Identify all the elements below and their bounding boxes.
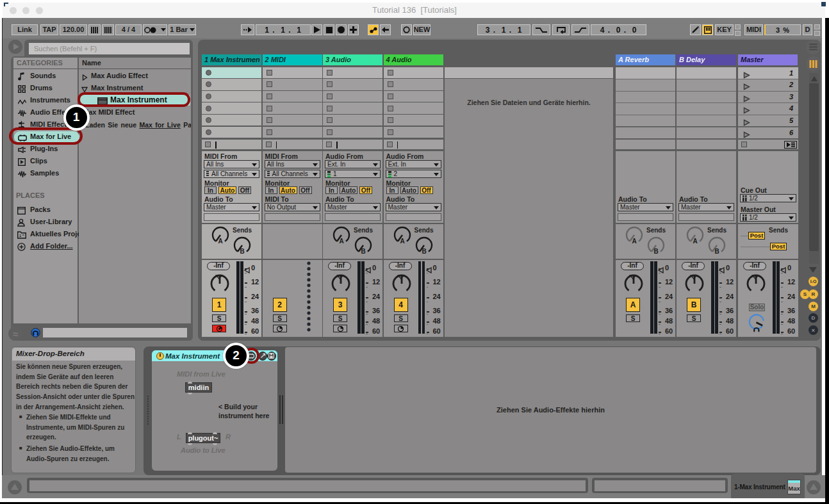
svg-text:B: B xyxy=(361,248,365,254)
svg-text:A: A xyxy=(693,238,697,244)
svg-text:B: B xyxy=(714,248,719,254)
svg-text:B: B xyxy=(653,248,658,254)
svg-text:B: B xyxy=(422,248,426,254)
svg-text:B: B xyxy=(240,248,244,254)
svg-text:A: A xyxy=(400,238,404,244)
svg-text:A: A xyxy=(632,238,636,244)
svg-text:A: A xyxy=(218,238,222,244)
svg-text:A: A xyxy=(339,238,343,244)
